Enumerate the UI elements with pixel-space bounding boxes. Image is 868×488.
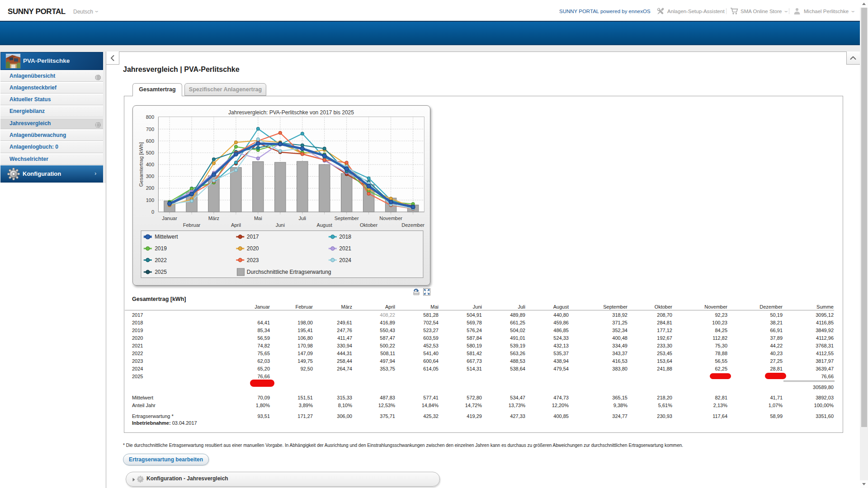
svg-text:Januar: Januar	[162, 216, 177, 221]
svg-text:Dezember: Dezember	[401, 222, 425, 228]
svg-text:2019: 2019	[155, 245, 167, 252]
svg-text:Gesamtertrag [kWh]: Gesamtertrag [kWh]	[138, 142, 144, 187]
svg-text:März: März	[208, 216, 219, 221]
svg-text:800: 800	[146, 114, 154, 120]
svg-text:2024: 2024	[339, 257, 351, 263]
svg-text:2017: 2017	[247, 234, 259, 240]
svg-text:2021: 2021	[339, 245, 351, 252]
svg-text:2020: 2020	[247, 245, 259, 252]
svg-text:April: April	[231, 222, 241, 228]
svg-text:August: August	[317, 222, 332, 228]
svg-text:500: 500	[146, 150, 154, 155]
svg-text:300: 300	[146, 174, 154, 179]
svg-text:November: November	[379, 216, 402, 221]
svg-text:Juli: Juli	[299, 216, 307, 221]
svg-text:Durchschnittliche Ertragserwar: Durchschnittliche Ertragserwartung	[247, 269, 331, 275]
svg-text:100: 100	[146, 197, 154, 203]
svg-text:Jahresvergleich: PVA-Perlitsch: Jahresvergleich: PVA-Perlitschke von 201…	[228, 109, 354, 116]
svg-text:600: 600	[146, 138, 154, 144]
svg-text:2022: 2022	[155, 257, 167, 263]
svg-text:Juni: Juni	[276, 222, 285, 228]
svg-text:Mai: Mai	[254, 216, 262, 221]
svg-text:Februar: Februar	[183, 222, 201, 228]
svg-text:Oktober: Oktober	[360, 222, 377, 228]
svg-text:Mittelwert: Mittelwert	[155, 234, 178, 240]
svg-text:2025: 2025	[155, 269, 167, 275]
svg-text:2023: 2023	[247, 257, 259, 263]
svg-text:2018: 2018	[339, 234, 351, 240]
svg-text:0: 0	[151, 209, 154, 215]
svg-text:400: 400	[146, 162, 154, 167]
svg-text:September: September	[335, 216, 359, 221]
svg-text:700: 700	[146, 127, 154, 132]
svg-text:200: 200	[146, 185, 154, 191]
